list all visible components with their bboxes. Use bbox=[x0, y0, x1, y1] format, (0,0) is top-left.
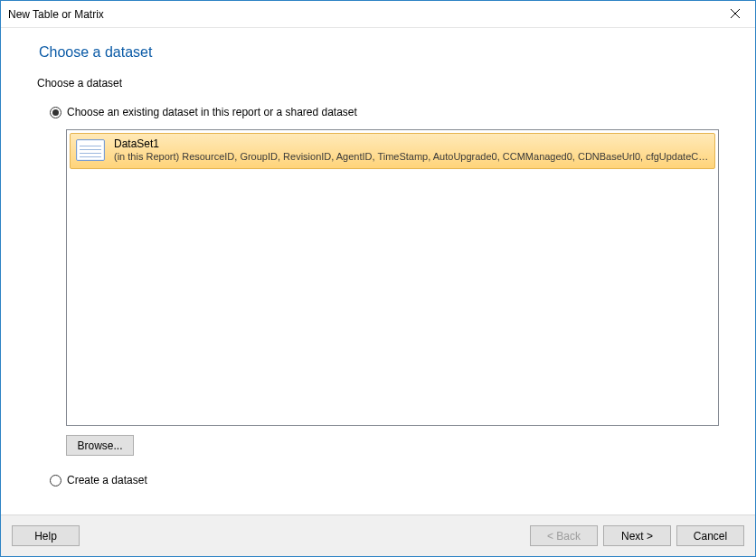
dataset-detail: (in this Report) ResourceID, GroupID, Re… bbox=[114, 150, 709, 163]
dataset-name: DataSet1 bbox=[114, 137, 709, 150]
content-area: Choose a dataset Choose a dataset Choose… bbox=[1, 28, 755, 515]
dialog-footer: Help < Back Next > Cancel bbox=[1, 515, 755, 556]
next-button[interactable]: Next > bbox=[603, 525, 671, 546]
browse-row: Browse... bbox=[66, 435, 719, 456]
dataset-item[interactable]: DataSet1 (in this Report) ResourceID, Gr… bbox=[70, 133, 715, 169]
radio-icon bbox=[50, 107, 61, 118]
radio-existing-label: Choose an existing dataset in this repor… bbox=[67, 106, 357, 118]
dataset-icon bbox=[76, 139, 105, 161]
page-subheading: Choose a dataset bbox=[37, 77, 719, 90]
radio-icon bbox=[50, 475, 61, 486]
radio-existing-dataset[interactable]: Choose an existing dataset in this repor… bbox=[50, 106, 719, 118]
close-icon bbox=[731, 8, 740, 21]
radio-create-dataset[interactable]: Create a dataset bbox=[50, 474, 719, 486]
close-button[interactable] bbox=[714, 1, 755, 28]
window-title: New Table or Matrix bbox=[8, 8, 714, 21]
dataset-text: DataSet1 (in this Report) ResourceID, Gr… bbox=[114, 137, 709, 163]
back-button: < Back bbox=[530, 525, 598, 546]
dialog-window: New Table or Matrix Choose a dataset Cho… bbox=[0, 0, 756, 557]
browse-button[interactable]: Browse... bbox=[66, 435, 134, 456]
titlebar: New Table or Matrix bbox=[1, 1, 755, 28]
help-button[interactable]: Help bbox=[12, 525, 80, 546]
dataset-list[interactable]: DataSet1 (in this Report) ResourceID, Gr… bbox=[66, 129, 719, 426]
radio-create-label: Create a dataset bbox=[67, 474, 147, 486]
page-heading: Choose a dataset bbox=[39, 44, 719, 61]
cancel-button[interactable]: Cancel bbox=[676, 525, 744, 546]
